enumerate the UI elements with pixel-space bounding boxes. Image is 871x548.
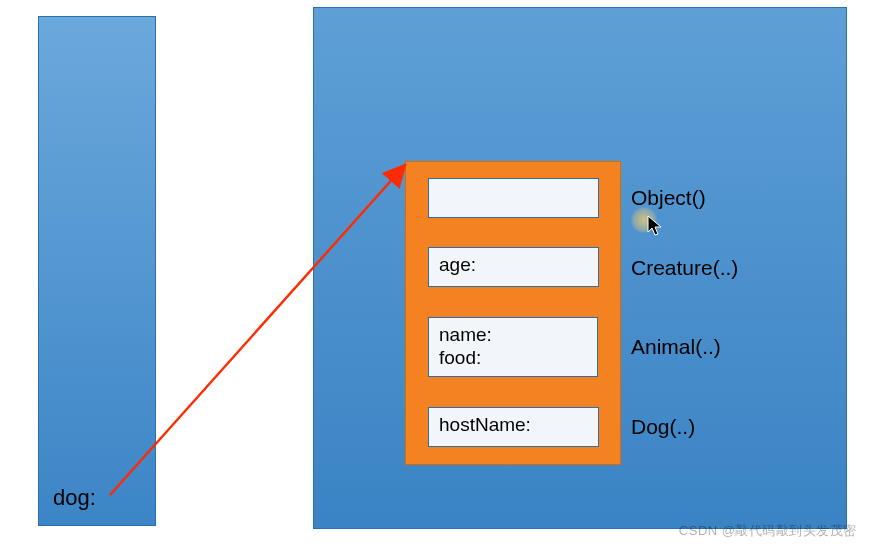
class-label-animal: Animal(..) <box>631 335 721 359</box>
field-text: name: food: <box>439 324 492 368</box>
field-slot-animal: name: food: <box>428 317 598 377</box>
field-slot-creature: age: <box>428 247 599 287</box>
stack-variable-box <box>38 16 156 526</box>
field-text: age: <box>439 254 476 275</box>
cursor-icon <box>647 215 665 237</box>
variable-label: dog: <box>53 485 96 511</box>
field-slot-object <box>428 178 599 218</box>
watermark-text: CSDN @敲代码敲到头发茂密 <box>679 522 857 540</box>
class-label-creature: Creature(..) <box>631 256 738 280</box>
class-label-dog: Dog(..) <box>631 415 695 439</box>
field-slot-dog: hostName: <box>428 407 599 447</box>
field-text: hostName: <box>439 414 531 435</box>
